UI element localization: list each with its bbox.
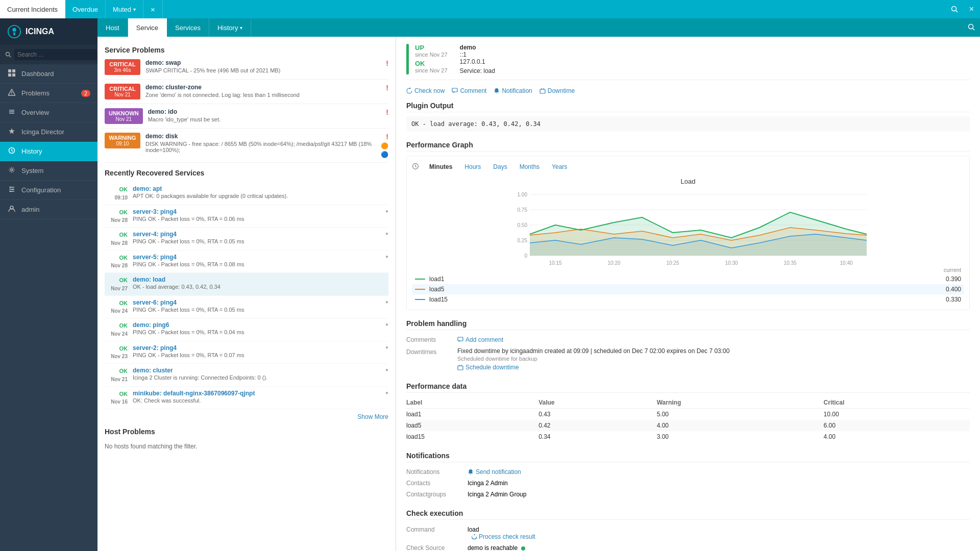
notification-btn[interactable]: Notification bbox=[494, 87, 532, 94]
sidebar-item-system[interactable]: System bbox=[0, 161, 97, 181]
recovered-item-2[interactable]: OK Nov 28 server-4: ping4 PING OK - Pack… bbox=[105, 228, 388, 251]
recovered-desc-3: PING OK - Packet loss = 0%, RTA = 0.08 m… bbox=[133, 261, 381, 267]
comment-add-icon bbox=[457, 337, 463, 343]
recovered-item-1[interactable]: OK Nov 28 server-3: ping4 PING OK - Pack… bbox=[105, 205, 388, 228]
legend-row-load5: load5 0.400 bbox=[412, 284, 964, 294]
recovered-item-7[interactable]: OK Nov 23 server-2: ping4 PING OK - Pack… bbox=[105, 341, 388, 364]
recovered-circle-icon-3: ● bbox=[385, 254, 388, 259]
bell-icon bbox=[468, 469, 474, 475]
svg-text:10:15: 10:15 bbox=[549, 260, 561, 266]
sub-tab-service[interactable]: Service bbox=[128, 18, 167, 37]
refresh-icon bbox=[406, 88, 412, 94]
sidebar-item-admin[interactable]: admin bbox=[0, 200, 97, 219]
sub-nav-search-btn[interactable] bbox=[963, 23, 980, 32]
status-up-block: UP since Nov 27 OK since Nov 27 bbox=[415, 44, 448, 74]
dashboard-icon bbox=[7, 69, 16, 78]
legend-value-load15: 0.330 bbox=[936, 296, 961, 303]
contactgroups-label: Contactgroups bbox=[406, 489, 468, 500]
sidebar-item-history[interactable]: History bbox=[0, 142, 97, 161]
legend-color-load15 bbox=[415, 299, 425, 300]
sidebar-search-input[interactable] bbox=[14, 49, 97, 60]
perf-tab-hours[interactable]: Hours bbox=[458, 161, 487, 172]
recovered-desc-2: PING OK - Packet loss = 0%, RTA = 0.05 m… bbox=[133, 238, 381, 244]
recovered-name-4: demo: load bbox=[133, 276, 388, 283]
add-comment-btn[interactable]: Add comment bbox=[457, 336, 970, 343]
comments-label: Comments bbox=[406, 334, 457, 345]
show-more-link[interactable]: Show More bbox=[105, 413, 388, 420]
send-notification-btn[interactable]: Send notification bbox=[468, 468, 970, 475]
downtime-btn[interactable]: Downtime bbox=[540, 87, 575, 94]
recovered-item-8[interactable]: OK Nov 21 demo: cluster Icinga 2 Cluster… bbox=[105, 364, 388, 387]
recovered-desc-8: Icinga 2 Cluster is running: Connected E… bbox=[133, 374, 381, 381]
check-now-btn[interactable]: Check now bbox=[406, 87, 445, 94]
action-buttons: Check now Comment Notification Downtime bbox=[406, 87, 970, 94]
plugin-output-text: OK - load average: 0.43, 0.42, 0.34 bbox=[406, 116, 970, 132]
svg-point-12 bbox=[11, 94, 12, 94]
svg-text:10:30: 10:30 bbox=[725, 260, 738, 266]
svg-rect-7 bbox=[8, 69, 11, 72]
tab-current-incidents[interactable]: Current Incidents bbox=[0, 0, 65, 18]
tab-muted[interactable]: Muted ▾ bbox=[106, 0, 143, 18]
problem-item-1[interactable]: CRITICAL Nov 21 demo: cluster-zone Zone … bbox=[105, 84, 388, 104]
sidebar-item-dashboard[interactable]: Dashboard bbox=[0, 64, 97, 84]
sub-tab-history[interactable]: History ▾ bbox=[209, 18, 251, 37]
recovered-item-4[interactable]: OK Nov 27 demo: load OK - load average: … bbox=[105, 273, 388, 296]
recovered-item-3[interactable]: OK Nov 28 server-5: ping4 PING OK - Pack… bbox=[105, 251, 388, 273]
performance-data-title: Performance data bbox=[406, 382, 970, 393]
ok-status-0: OK 09:10 bbox=[105, 185, 133, 202]
perf-tab-minutes[interactable]: Minutes bbox=[423, 161, 458, 172]
tab-topnav-close[interactable]: × bbox=[143, 0, 163, 18]
recovered-item-0[interactable]: OK 09:10 demo: apt APT OK: 0 packages av… bbox=[105, 182, 388, 205]
perf-cell-value-2: 0.34 bbox=[538, 431, 657, 442]
process-check-result-btn[interactable]: Process check result bbox=[472, 533, 970, 540]
sub-navigation: Host Service Services History ▾ bbox=[97, 18, 980, 37]
recovered-item-6[interactable]: OK Nov 24 demo: ping6 PING OK - Packet l… bbox=[105, 318, 388, 341]
recovered-name-9: minikube: default-nginx-3867096097-qjnpt bbox=[133, 390, 381, 397]
status-badge-2: UNKNOWN Nov 21 bbox=[105, 108, 143, 124]
perf-tab-years[interactable]: Years bbox=[546, 161, 573, 172]
schedule-downtime-btn[interactable]: Schedule downtime bbox=[457, 364, 970, 371]
sidebar-item-overview[interactable]: Overview bbox=[0, 103, 97, 122]
sidebar-item-problems[interactable]: Problems 2 bbox=[0, 84, 97, 103]
sidebar-label-history: History bbox=[21, 147, 42, 155]
recovered-item-5[interactable]: OK Nov 24 server-6: ping4 PING OK - Pack… bbox=[105, 296, 388, 319]
sub-tab-services[interactable]: Services bbox=[167, 18, 209, 37]
performance-data-section: Performance data LabelValueWarningCritic… bbox=[406, 382, 970, 442]
legend-color-load1 bbox=[415, 279, 425, 280]
perf-tab-months[interactable]: Months bbox=[513, 161, 546, 172]
perf-cell-warning-1: 4.00 bbox=[657, 420, 824, 431]
problem-name-2: demo: ido bbox=[148, 108, 382, 115]
right-content: Host Service Services History ▾ Service … bbox=[97, 18, 980, 551]
status-badge-1: CRITICAL Nov 21 bbox=[105, 84, 140, 99]
problem-item-0[interactable]: CRITICAL 3m 46s demo: swap SWAP CRITICAL… bbox=[105, 59, 388, 80]
recovered-desc-9: OK: Check was successful. bbox=[133, 397, 381, 404]
recovered-item-9[interactable]: OK Nov 16 minikube: default-nginx-386709… bbox=[105, 387, 388, 410]
performance-data-table: LabelValueWarningCritical load1 0.43 5.0… bbox=[406, 397, 970, 442]
legend-name-load5: load5 bbox=[429, 286, 936, 293]
problem-item-2[interactable]: UNKNOWN Nov 21 demo: ido Macro 'ido_type… bbox=[105, 108, 388, 129]
exclaim-icon-1: ! bbox=[386, 84, 388, 92]
sub-tab-host[interactable]: Host bbox=[97, 18, 128, 37]
history-icon bbox=[7, 147, 16, 156]
svg-point-5 bbox=[6, 53, 10, 56]
sidebar-search-bar: × bbox=[0, 45, 97, 64]
recovered-desc-4: OK - load average: 0.43, 0.42, 0.34 bbox=[133, 284, 388, 290]
tab-overdue[interactable]: Overdue bbox=[65, 0, 106, 18]
sidebar-item-icinga-director[interactable]: Icinga Director bbox=[0, 122, 97, 142]
downtime-icon bbox=[540, 88, 546, 94]
top-search-btn[interactable] bbox=[946, 6, 963, 13]
contacts-value: Icinga 2 Admin bbox=[468, 478, 970, 489]
problem-item-3[interactable]: WARNING 09:10 demo: disk DISK WARNING - … bbox=[105, 133, 388, 163]
sidebar-label-overview: Overview bbox=[21, 109, 49, 116]
perf-tab-days[interactable]: Days bbox=[487, 161, 513, 172]
svg-rect-10 bbox=[12, 73, 15, 77]
perf-row-1: load5 0.42 4.00 6.00 bbox=[406, 420, 970, 431]
plugin-output-section: Plugin Output OK - load average: 0.43, 0… bbox=[406, 102, 970, 132]
sidebar-item-configuration[interactable]: Configuration bbox=[0, 181, 97, 200]
ok-status-7: OK Nov 23 bbox=[105, 344, 133, 361]
legend-name-load1: load1 bbox=[429, 276, 936, 283]
comment-btn[interactable]: Comment bbox=[452, 87, 486, 94]
top-nav-close-btn[interactable]: × bbox=[963, 5, 980, 14]
configuration-icon bbox=[7, 186, 16, 194]
ok-status-4: OK Nov 27 bbox=[105, 276, 133, 292]
